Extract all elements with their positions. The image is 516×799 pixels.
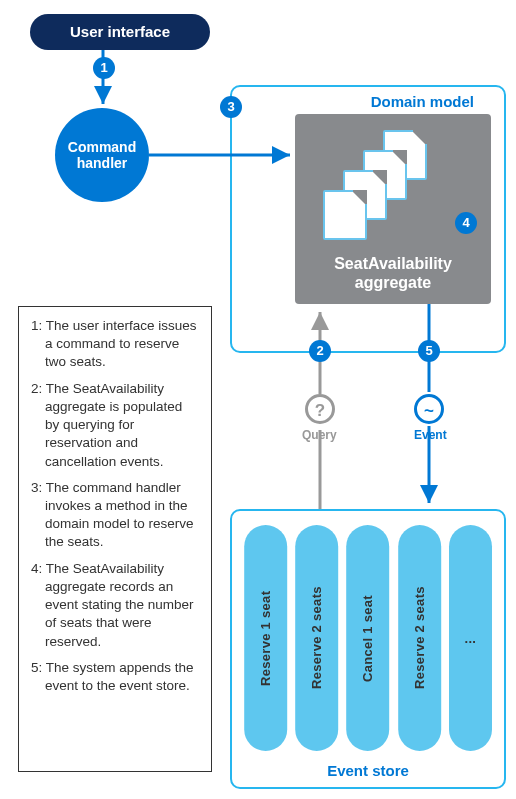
- aggregate-label-2: aggregate: [355, 274, 431, 291]
- event-pill: Reserve 2 seats: [295, 525, 338, 751]
- legend-item-3: 3: The command handler invokes a method …: [31, 479, 199, 552]
- step-badge-4: 4: [455, 212, 477, 234]
- domain-model-title: Domain model: [371, 93, 474, 110]
- aggregate-node: SeatAvailability aggregate: [295, 114, 491, 304]
- legend-item-2: 2: The SeatAvailability aggregate is pop…: [31, 380, 199, 471]
- step-badge-5: 5: [418, 340, 440, 362]
- command-handler-label-2: handler: [77, 155, 128, 171]
- legend-item-4: 4: The SeatAvailability aggregate record…: [31, 560, 199, 651]
- query-label: Query: [302, 428, 337, 442]
- user-interface-node: User interface: [30, 14, 210, 50]
- command-handler-node: Command handler: [55, 108, 149, 202]
- diagram-canvas: User interface Command handler Domain mo…: [0, 0, 516, 799]
- event-store-container: Reserve 1 seat Reserve 2 seats Cancel 1 …: [230, 509, 506, 789]
- aggregate-label-1: SeatAvailability: [334, 255, 452, 272]
- event-pill: Cancel 1 seat: [346, 525, 389, 751]
- event-pill-more: ...: [449, 525, 492, 751]
- command-handler-label-1: Command: [68, 139, 136, 155]
- legend-item-5: 5: The system appends the event to the e…: [31, 659, 199, 695]
- legend-item-1: 1: The user interface issues a command t…: [31, 317, 199, 372]
- event-pill: Reserve 1 seat: [244, 525, 287, 751]
- event-list: Reserve 1 seat Reserve 2 seats Cancel 1 …: [244, 525, 492, 751]
- aggregate-label: SeatAvailability aggregate: [295, 254, 491, 292]
- query-icon: ?: [305, 394, 335, 424]
- event-pill: Reserve 2 seats: [398, 525, 441, 751]
- event-icon: ~: [414, 394, 444, 424]
- legend-box: 1: The user interface issues a command t…: [18, 306, 212, 772]
- step-badge-3: 3: [220, 96, 242, 118]
- event-label: Event: [414, 428, 447, 442]
- document-icon: [323, 190, 367, 240]
- step-badge-1: 1: [93, 57, 115, 79]
- step-badge-2: 2: [309, 340, 331, 362]
- event-store-title: Event store: [232, 762, 504, 779]
